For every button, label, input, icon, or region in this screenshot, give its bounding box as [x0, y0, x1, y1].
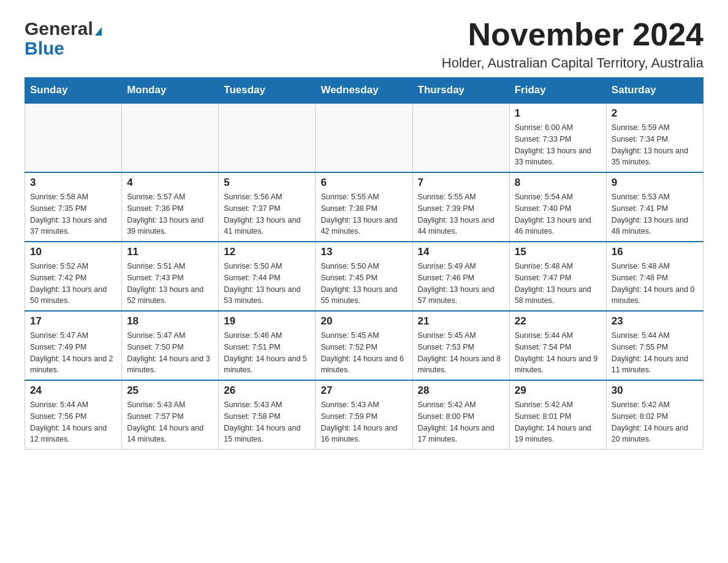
calendar-week-row: 10 Sunrise: 5:52 AMSunset: 7:42 PMDaylig…	[25, 242, 703, 311]
day-number: 9	[612, 177, 698, 189]
day-number: 14	[418, 246, 504, 258]
calendar-day-cell: 15 Sunrise: 5:48 AMSunset: 7:47 PMDaylig…	[509, 242, 606, 311]
day-number: 17	[30, 315, 116, 327]
day-info: Sunrise: 5:42 AMSunset: 8:01 PMDaylight:…	[515, 399, 601, 445]
calendar-day-cell: 10 Sunrise: 5:52 AMSunset: 7:42 PMDaylig…	[25, 242, 122, 311]
day-info: Sunrise: 5:52 AMSunset: 7:42 PMDaylight:…	[30, 261, 116, 307]
calendar-day-cell: 28 Sunrise: 5:42 AMSunset: 8:00 PMDaylig…	[412, 380, 509, 450]
calendar-day-header: Thursday	[412, 78, 509, 104]
day-number: 27	[320, 385, 407, 397]
day-info: Sunrise: 5:55 AMSunset: 7:39 PMDaylight:…	[418, 191, 504, 237]
day-info: Sunrise: 5:43 AMSunset: 7:58 PMDaylight:…	[224, 399, 310, 445]
day-info: Sunrise: 5:59 AMSunset: 7:34 PMDaylight:…	[612, 122, 698, 168]
day-number: 19	[224, 315, 310, 327]
day-number: 24	[30, 385, 116, 397]
day-number: 4	[127, 177, 213, 189]
day-info: Sunrise: 5:46 AMSunset: 7:51 PMDaylight:…	[224, 330, 310, 376]
day-info: Sunrise: 5:47 AMSunset: 7:50 PMDaylight:…	[127, 330, 213, 376]
day-info: Sunrise: 5:44 AMSunset: 7:56 PMDaylight:…	[30, 399, 116, 445]
calendar-day-cell: 18 Sunrise: 5:47 AMSunset: 7:50 PMDaylig…	[122, 311, 219, 380]
day-number: 29	[515, 385, 601, 397]
calendar-day-cell: 3 Sunrise: 5:58 AMSunset: 7:35 PMDayligh…	[25, 172, 122, 242]
calendar-week-row: 24 Sunrise: 5:44 AMSunset: 7:56 PMDaylig…	[25, 380, 703, 450]
day-number: 22	[515, 315, 601, 327]
title-section: November 2024 Holder, Australian Capital…	[442, 18, 703, 71]
calendar-day-cell: 29 Sunrise: 5:42 AMSunset: 8:01 PMDaylig…	[509, 380, 606, 450]
day-number: 21	[418, 315, 504, 327]
location-title: Holder, Australian Capital Territory, Au…	[442, 55, 703, 71]
day-info: Sunrise: 5:54 AMSunset: 7:40 PMDaylight:…	[515, 191, 601, 237]
day-info: Sunrise: 5:47 AMSunset: 7:49 PMDaylight:…	[30, 330, 116, 376]
calendar-day-cell: 30 Sunrise: 5:42 AMSunset: 8:02 PMDaylig…	[606, 380, 703, 450]
day-info: Sunrise: 5:56 AMSunset: 7:37 PMDaylight:…	[224, 191, 310, 237]
logo-general-text: General	[25, 18, 93, 39]
day-number: 18	[127, 315, 213, 327]
day-number: 6	[320, 177, 407, 189]
day-number: 26	[224, 385, 310, 397]
calendar-table: SundayMondayTuesdayWednesdayThursdayFrid…	[25, 77, 703, 450]
calendar-day-cell: 8 Sunrise: 5:54 AMSunset: 7:40 PMDayligh…	[509, 172, 606, 242]
day-info: Sunrise: 5:57 AMSunset: 7:36 PMDaylight:…	[127, 191, 213, 237]
day-number: 7	[418, 177, 504, 189]
day-info: Sunrise: 5:48 AMSunset: 7:47 PMDaylight:…	[515, 261, 601, 307]
calendar-day-cell: 24 Sunrise: 5:44 AMSunset: 7:56 PMDaylig…	[25, 380, 122, 450]
day-info: Sunrise: 6:00 AMSunset: 7:33 PMDaylight:…	[515, 122, 601, 168]
calendar-day-cell: 14 Sunrise: 5:49 AMSunset: 7:46 PMDaylig…	[412, 242, 509, 311]
day-number: 12	[224, 246, 310, 258]
calendar-day-cell	[122, 103, 219, 172]
day-number: 10	[30, 246, 116, 258]
day-number: 5	[224, 177, 310, 189]
day-info: Sunrise: 5:53 AMSunset: 7:41 PMDaylight:…	[612, 191, 698, 237]
day-number: 25	[127, 385, 213, 397]
calendar-day-cell: 4 Sunrise: 5:57 AMSunset: 7:36 PMDayligh…	[122, 172, 219, 242]
calendar-day-cell: 5 Sunrise: 5:56 AMSunset: 7:37 PMDayligh…	[219, 172, 316, 242]
calendar-day-cell: 12 Sunrise: 5:50 AMSunset: 7:44 PMDaylig…	[219, 242, 316, 311]
day-info: Sunrise: 5:44 AMSunset: 7:55 PMDaylight:…	[612, 330, 698, 376]
day-number: 16	[612, 246, 698, 258]
day-info: Sunrise: 5:50 AMSunset: 7:44 PMDaylight:…	[224, 261, 310, 307]
day-info: Sunrise: 5:42 AMSunset: 8:02 PMDaylight:…	[612, 399, 698, 445]
calendar-day-cell	[412, 103, 509, 172]
day-number: 2	[612, 107, 698, 120]
calendar-day-header: Wednesday	[316, 78, 412, 104]
calendar-day-cell: 13 Sunrise: 5:50 AMSunset: 7:45 PMDaylig…	[316, 242, 412, 311]
calendar-header-row: SundayMondayTuesdayWednesdayThursdayFrid…	[25, 78, 703, 104]
day-number: 15	[515, 246, 601, 258]
logo-arrow-icon	[95, 27, 102, 36]
calendar-day-cell: 9 Sunrise: 5:53 AMSunset: 7:41 PMDayligh…	[606, 172, 703, 242]
calendar-day-header: Saturday	[606, 78, 703, 104]
day-info: Sunrise: 5:42 AMSunset: 8:00 PMDaylight:…	[418, 399, 504, 445]
calendar-week-row: 1 Sunrise: 6:00 AMSunset: 7:33 PMDayligh…	[25, 103, 703, 172]
page-header: General Blue November 2024 Holder, Austr…	[25, 18, 703, 71]
day-number: 11	[127, 246, 213, 258]
day-info: Sunrise: 5:43 AMSunset: 7:59 PMDaylight:…	[320, 399, 407, 445]
logo: General Blue	[25, 18, 102, 59]
day-info: Sunrise: 5:44 AMSunset: 7:54 PMDaylight:…	[515, 330, 601, 376]
calendar-day-cell: 20 Sunrise: 5:45 AMSunset: 7:52 PMDaylig…	[316, 311, 412, 380]
calendar-day-cell	[25, 103, 122, 172]
calendar-day-header: Tuesday	[219, 78, 316, 104]
day-number: 23	[612, 315, 698, 327]
calendar-day-cell	[316, 103, 412, 172]
calendar-week-row: 3 Sunrise: 5:58 AMSunset: 7:35 PMDayligh…	[25, 172, 703, 242]
day-info: Sunrise: 5:45 AMSunset: 7:53 PMDaylight:…	[418, 330, 504, 376]
calendar-day-cell: 16 Sunrise: 5:48 AMSunset: 7:48 PMDaylig…	[606, 242, 703, 311]
calendar-day-cell: 27 Sunrise: 5:43 AMSunset: 7:59 PMDaylig…	[316, 380, 412, 450]
calendar-day-cell: 23 Sunrise: 5:44 AMSunset: 7:55 PMDaylig…	[606, 311, 703, 380]
calendar-day-cell: 11 Sunrise: 5:51 AMSunset: 7:43 PMDaylig…	[122, 242, 219, 311]
calendar-day-cell: 17 Sunrise: 5:47 AMSunset: 7:49 PMDaylig…	[25, 311, 122, 380]
day-number: 28	[418, 385, 504, 397]
calendar-day-cell: 6 Sunrise: 5:55 AMSunset: 7:38 PMDayligh…	[316, 172, 412, 242]
day-info: Sunrise: 5:45 AMSunset: 7:52 PMDaylight:…	[320, 330, 407, 376]
calendar-day-cell: 7 Sunrise: 5:55 AMSunset: 7:39 PMDayligh…	[412, 172, 509, 242]
day-number: 3	[30, 177, 116, 189]
day-info: Sunrise: 5:48 AMSunset: 7:48 PMDaylight:…	[612, 261, 698, 307]
day-info: Sunrise: 5:58 AMSunset: 7:35 PMDaylight:…	[30, 191, 116, 237]
day-info: Sunrise: 5:50 AMSunset: 7:45 PMDaylight:…	[320, 261, 407, 307]
day-number: 8	[515, 177, 601, 189]
calendar-day-header: Monday	[122, 78, 219, 104]
day-number: 1	[515, 107, 601, 120]
day-number: 13	[320, 246, 407, 258]
calendar-day-cell: 19 Sunrise: 5:46 AMSunset: 7:51 PMDaylig…	[219, 311, 316, 380]
logo-blue-text: Blue	[25, 38, 64, 59]
